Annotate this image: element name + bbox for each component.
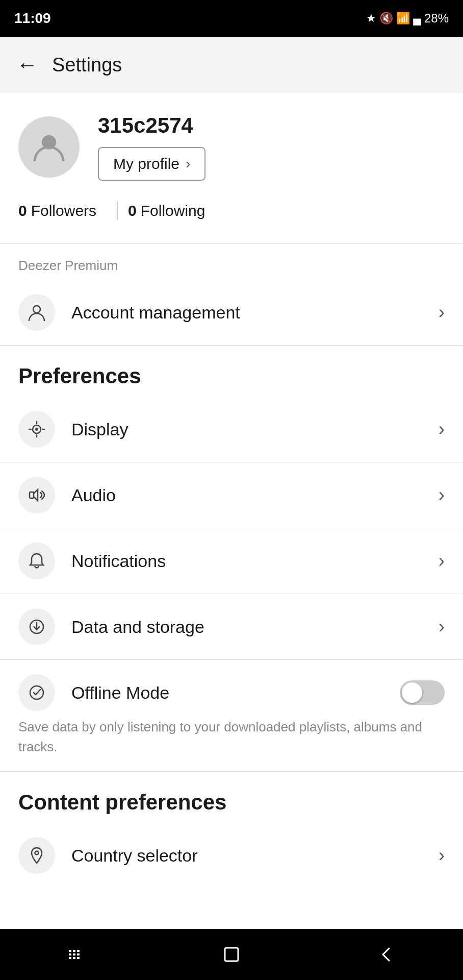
preferences-heading: Preferences	[0, 346, 463, 397]
offline-mode-left: Offline Mode	[18, 674, 169, 711]
display-icon	[27, 420, 46, 439]
back-button[interactable]: ←	[16, 54, 38, 76]
data-storage-icon-bg	[18, 608, 55, 645]
content-preferences-heading: Content preferences	[0, 772, 463, 823]
bottom-nav	[0, 929, 463, 980]
notifications-chevron-icon: ›	[439, 550, 445, 572]
account-management-label: Account management	[71, 303, 240, 323]
svg-rect-14	[69, 953, 71, 955]
svg-rect-17	[73, 953, 75, 955]
nav-back-button[interactable]	[361, 939, 411, 970]
recent-apps-icon	[66, 943, 88, 966]
notifications-item-left: Notifications	[18, 543, 166, 579]
svg-rect-20	[77, 953, 80, 955]
app-bar: ← Settings	[0, 37, 463, 93]
data-storage-item-left: Data and storage	[18, 608, 204, 645]
nav-back-icon	[375, 943, 397, 966]
bell-icon	[27, 551, 46, 571]
wifi-icon: 📶	[396, 12, 410, 25]
followers-row: 0 Followers 0 Following	[18, 197, 445, 225]
avatar-icon	[31, 129, 67, 165]
status-bar: 11:09 ★ 🔇 📶 ▄ 28%	[0, 0, 463, 37]
mute-icon: 🔇	[379, 12, 393, 25]
offline-mode-label: Offline Mode	[71, 683, 169, 703]
country-selector-icon-bg	[18, 837, 55, 874]
svg-rect-18	[73, 957, 75, 959]
followers-item[interactable]: 0 Followers	[18, 197, 107, 225]
country-selector-item[interactable]: Country selector ›	[0, 823, 463, 888]
account-management-chevron-icon: ›	[439, 302, 445, 323]
audio-item[interactable]: Audio ›	[0, 462, 463, 528]
country-selector-item-left: Country selector	[18, 837, 198, 874]
following-item[interactable]: 0 Following	[128, 202, 205, 219]
account-management-icon-bg	[18, 294, 55, 331]
offline-icon	[27, 683, 46, 702]
followers-divider	[117, 202, 118, 220]
account-management-left: Account management	[18, 294, 240, 331]
offline-mode-toggle[interactable]	[400, 680, 445, 705]
nav-recent-button[interactable]	[52, 939, 102, 970]
profile-top: 315c2574 My profile ›	[18, 113, 445, 181]
audio-icon-bg	[18, 477, 55, 513]
svg-rect-15	[69, 957, 71, 959]
audio-label: Audio	[71, 485, 116, 505]
data-storage-item[interactable]: Data and storage ›	[0, 594, 463, 659]
my-profile-button[interactable]: My profile ›	[98, 147, 205, 181]
location-icon	[27, 846, 46, 865]
status-icons: ★ 🔇 📶 ▄ 28%	[366, 11, 449, 26]
profile-info: 315c2574 My profile ›	[98, 113, 205, 181]
display-item-left: Display	[18, 411, 128, 448]
svg-point-3	[35, 428, 38, 431]
offline-mode-description: Save data by only listening to your down…	[18, 717, 445, 757]
country-selector-label: Country selector	[71, 846, 198, 866]
my-profile-chevron-icon: ›	[186, 156, 190, 172]
followers-count: 0	[18, 202, 27, 219]
download-icon	[27, 617, 46, 636]
display-label: Display	[71, 420, 128, 439]
offline-mode-top: Offline Mode	[18, 674, 445, 711]
page-title: Settings	[52, 54, 122, 76]
notifications-icon-bg	[18, 543, 55, 579]
display-icon-bg	[18, 411, 55, 448]
notifications-label: Notifications	[71, 551, 166, 571]
username: 315c2574	[98, 113, 205, 138]
data-storage-label: Data and storage	[71, 617, 204, 637]
audio-item-left: Audio	[18, 477, 116, 513]
svg-point-12	[35, 851, 39, 855]
nav-home-button[interactable]	[206, 939, 257, 970]
account-management-item[interactable]: Account management ›	[0, 280, 463, 345]
display-item[interactable]: Display ›	[0, 397, 463, 462]
bluetooth-icon: ★	[366, 12, 376, 25]
svg-rect-21	[77, 957, 80, 959]
notifications-item[interactable]: Notifications ›	[0, 528, 463, 594]
toggle-knob	[402, 682, 422, 703]
svg-rect-22	[225, 948, 238, 961]
my-profile-label: My profile	[113, 155, 179, 173]
svg-rect-19	[77, 950, 80, 952]
svg-rect-8	[30, 492, 34, 498]
deezer-premium-label: Deezer Premium	[0, 243, 463, 280]
offline-mode-icon-bg	[18, 674, 55, 711]
svg-rect-13	[69, 950, 71, 952]
profile-section: 315c2574 My profile › 0 Followers 0 Foll…	[0, 93, 463, 243]
avatar	[18, 116, 80, 178]
following-label: Following	[141, 202, 205, 219]
status-time: 11:09	[14, 10, 51, 27]
audio-chevron-icon: ›	[439, 484, 445, 506]
display-chevron-icon: ›	[439, 419, 445, 440]
audio-icon	[27, 485, 46, 505]
following-count: 0	[128, 202, 137, 219]
country-selector-chevron-icon: ›	[439, 845, 445, 866]
home-icon	[220, 943, 243, 966]
data-storage-chevron-icon: ›	[439, 616, 445, 638]
svg-rect-16	[73, 950, 75, 952]
account-icon	[27, 303, 46, 322]
offline-mode-item: Offline Mode Save data by only listening…	[0, 660, 463, 771]
followers-label: Followers	[31, 202, 96, 219]
battery-indicator: 28%	[424, 11, 449, 26]
svg-point-1	[33, 306, 40, 313]
signal-icon: ▄	[413, 12, 421, 25]
